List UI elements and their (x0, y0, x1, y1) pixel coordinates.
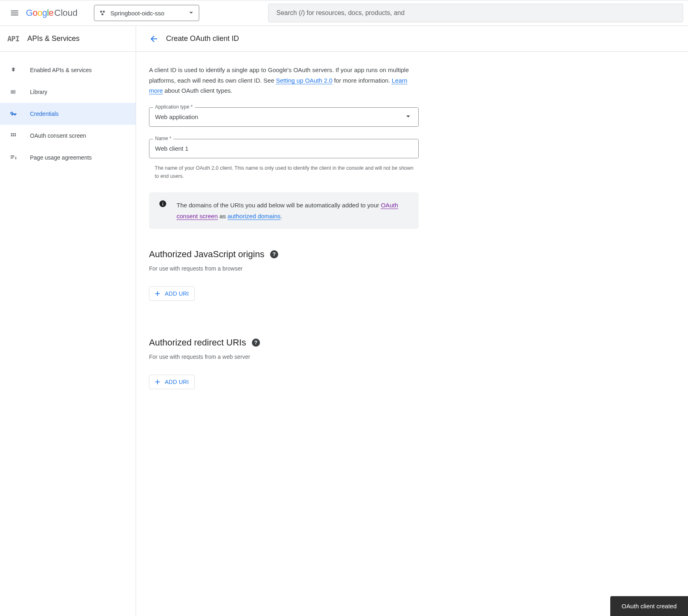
plus-icon (153, 378, 162, 386)
page-header: Create OAuth client ID (136, 26, 239, 51)
intro-text: A client ID is used to identify a single… (149, 65, 419, 96)
redirect-uris-header: Authorized redirect URIs ? (149, 337, 419, 348)
sidebar-item-credentials[interactable]: Credentials (0, 103, 136, 125)
info-icon (159, 200, 167, 209)
dropdown-caret-icon (187, 8, 196, 18)
redirect-uris-title: Authorized redirect URIs (149, 337, 246, 348)
cloud-text: Cloud (54, 8, 77, 18)
sidebar: Enabled APIs & services Library Credenti… (0, 52, 136, 616)
add-uri-label: ADD URI (165, 290, 189, 297)
application-type-select[interactable]: Web application (149, 107, 419, 127)
svg-point-0 (100, 11, 102, 13)
sidebar-item-label: Credentials (30, 111, 59, 117)
sub-header: API APIs & Services Create OAuth client … (0, 26, 688, 52)
api-icon: API (7, 34, 19, 43)
sidebar-item-consent-screen[interactable]: OAuth consent screen (0, 125, 136, 147)
authorized-domains-link[interactable]: authorized domains (228, 213, 281, 220)
add-js-origin-button[interactable]: ADD URI (149, 286, 195, 301)
plus-icon (153, 290, 162, 298)
application-type-value: Web application (155, 113, 198, 120)
sidebar-item-label: Enabled APIs & services (30, 67, 92, 73)
key-icon (9, 109, 18, 118)
project-icon (98, 9, 107, 17)
info-banner: The domains of the URIs you add below wi… (149, 192, 419, 229)
svg-point-1 (102, 11, 104, 13)
sidebar-item-page-usage[interactable]: Page usage agreements (0, 147, 136, 168)
svg-point-2 (101, 13, 103, 15)
back-button[interactable] (144, 29, 164, 49)
js-origins-title: Authorized JavaScript origins (149, 249, 264, 260)
search-container: Search (/) for resources, docs, products… (268, 4, 684, 22)
sidebar-item-label: OAuth consent screen (30, 132, 86, 139)
name-input[interactable]: Web client 1 (149, 139, 419, 158)
setup-oauth-link[interactable]: Setting up OAuth 2.0 (276, 77, 332, 84)
js-origins-subtitle: For use with requests from a browser (149, 265, 419, 272)
sidebar-item-label: Page usage agreements (30, 154, 92, 161)
section-title: APIs & Services (28, 34, 80, 43)
arrow-left-icon (149, 34, 159, 44)
main-layout: Enabled APIs & services Library Credenti… (0, 52, 688, 616)
redirect-uris-subtitle: For use with requests from a web server (149, 354, 419, 360)
project-picker[interactable]: Springboot-oidc-sso (94, 5, 199, 21)
name-value: Web client 1 (155, 145, 188, 152)
sidebar-item-enabled-apis[interactable]: Enabled APIs & services (0, 59, 136, 81)
sidebar-item-library[interactable]: Library (0, 81, 136, 103)
application-type-label: Application type * (153, 104, 195, 110)
consent-screen-icon (9, 131, 18, 140)
toast-message: OAuth client created (622, 603, 677, 610)
application-type-field: Application type * Web application (149, 107, 419, 127)
search-placeholder: Search (/) for resources, docs, products… (277, 9, 405, 17)
js-origins-header: Authorized JavaScript origins ? (149, 249, 419, 260)
name-field: Name * Web client 1 (149, 139, 419, 158)
top-bar: Google Cloud Springboot-oidc-sso Search … (0, 0, 688, 26)
page-usage-icon (9, 153, 18, 162)
sidebar-item-label: Library (30, 89, 47, 95)
hamburger-icon (10, 8, 19, 18)
library-icon (9, 87, 18, 96)
help-icon[interactable]: ? (252, 339, 260, 347)
page-title: Create OAuth client ID (166, 34, 239, 43)
search-input[interactable]: Search (/) for resources, docs, products… (268, 4, 684, 22)
name-label: Name * (153, 136, 173, 141)
toast-notification: OAuth client created (610, 596, 688, 616)
add-uri-label: ADD URI (165, 379, 189, 385)
project-name: Springboot-oidc-sso (111, 10, 184, 17)
google-cloud-logo[interactable]: Google Cloud (26, 8, 78, 18)
google-logo-text: Google (26, 8, 53, 18)
info-text: The domains of the URIs you add below wi… (177, 200, 409, 222)
help-icon[interactable]: ? (270, 250, 278, 258)
main-content: A client ID is used to identify a single… (136, 52, 432, 616)
section-header: API APIs & Services (0, 26, 136, 51)
enabled-apis-icon (9, 66, 18, 75)
menu-button[interactable] (5, 3, 24, 23)
name-help-text: The name of your OAuth 2.0 client. This … (149, 162, 419, 180)
dropdown-caret-icon (404, 112, 413, 122)
add-redirect-uri-button[interactable]: ADD URI (149, 375, 195, 389)
